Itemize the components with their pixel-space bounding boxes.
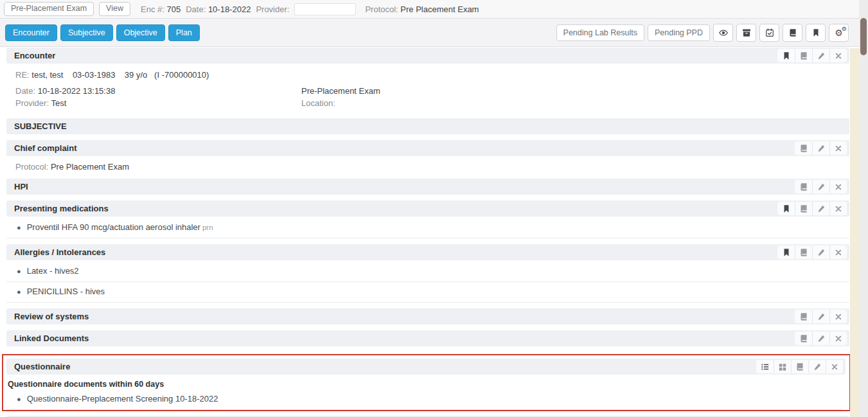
section-presenting-medications: Presenting medications ● Proventil HFA 9… <box>6 200 849 238</box>
section-subjective: SUBJECTIVE <box>6 118 849 134</box>
encounter-page: Pre-Placement Exam View Enc #: 705 Date:… <box>0 0 868 417</box>
nav-subjective-button[interactable]: Subjective <box>60 24 113 41</box>
section-allergies: Allergies / Intolerances ●Latex - hives2… <box>6 244 849 303</box>
section-title: Review of systems <box>14 312 89 321</box>
book-icon[interactable] <box>795 310 812 323</box>
grid-view-icon[interactable] <box>774 360 791 373</box>
section-linked-documents: Linked Documents <box>6 330 849 346</box>
bookmark-icon[interactable] <box>777 245 795 259</box>
encounter-header: Encounter <box>6 48 849 64</box>
section-title: Chief complaint <box>14 143 77 153</box>
encounter-document: Encounter RE: test, test 03-03-1983 39 y… <box>6 48 849 417</box>
pencil-icon[interactable] <box>808 360 826 373</box>
exam-name-button[interactable]: Pre-Placement Exam <box>4 2 94 16</box>
pencil-icon[interactable] <box>812 332 829 345</box>
close-icon[interactable] <box>829 49 847 62</box>
page-gutter <box>850 48 859 417</box>
section-hpi: HPI <box>6 179 849 195</box>
section-title: Linked Documents <box>14 333 89 343</box>
questionnaire-highlight-box: Questionnaire Questionnaire documents wi… <box>2 354 851 411</box>
close-icon[interactable] <box>829 141 847 155</box>
close-icon[interactable] <box>829 332 847 345</box>
pencil-icon[interactable] <box>812 180 829 193</box>
encounter-details: Date: 10-18-2022 13:15:38 Pre-Placement … <box>6 80 849 109</box>
calendar-check-icon[interactable] <box>759 24 779 42</box>
provider-input[interactable] <box>294 3 356 15</box>
section-encounter: Encounter RE: test, test 03-03-1983 39 y… <box>6 48 849 109</box>
section-title: Encounter <box>14 51 55 60</box>
view-button[interactable]: View <box>99 2 130 16</box>
nav-plan-button[interactable]: Plan <box>168 24 200 41</box>
book-icon[interactable] <box>795 180 812 193</box>
section-questionnaire: Questionnaire Questionnaire documents wi… <box>6 359 846 410</box>
patient-line: RE: test, test 03-03-1983 39 y/o (I -700… <box>6 64 849 80</box>
section-title: Presenting medications <box>14 204 109 213</box>
list-item[interactable]: ●Questionnaire-Preplacement Screening 10… <box>6 391 842 410</box>
pending-lab-results-button[interactable]: Pending Lab Results <box>556 24 644 41</box>
book-icon[interactable] <box>795 332 812 345</box>
pencil-icon[interactable] <box>812 202 829 215</box>
toolbar: Encounter Subjective Objective Plan Pend… <box>0 19 868 47</box>
list-view-icon[interactable] <box>756 360 774 373</box>
pencil-icon[interactable] <box>812 310 829 323</box>
encounter-date: Date: 10-18-2022 <box>186 4 251 14</box>
close-icon[interactable] <box>829 310 847 323</box>
close-icon[interactable] <box>829 202 847 215</box>
questionnaire-list: ●Questionnaire-Preplacement Screening 10… <box>6 390 846 410</box>
book-icon[interactable] <box>795 141 812 155</box>
gears-icon[interactable]: ⚙⚙ <box>829 24 849 42</box>
questionnaire-subheading: Questionnaire documents within 60 days <box>6 375 846 390</box>
close-icon[interactable] <box>829 245 847 259</box>
pending-ppd-button[interactable]: Pending PPD <box>648 24 710 41</box>
allergy-list: ●Latex - hives2 ●PENICILLINS - hives <box>6 260 849 303</box>
topbar: Pre-Placement Exam View Enc #: 705 Date:… <box>0 0 868 19</box>
nav-objective-button[interactable]: Objective <box>116 24 165 41</box>
exam-type: Pre-Placement Exam <box>301 86 849 96</box>
pencil-icon[interactable] <box>812 141 829 155</box>
scrollbar-thumb[interactable] <box>860 18 867 55</box>
close-icon[interactable] <box>826 360 843 373</box>
chief-complaint-body: Protocol: Pre Placement Exam <box>6 156 849 173</box>
close-icon[interactable] <box>829 180 847 193</box>
section-review-of-systems: Review of systems <box>6 308 849 324</box>
list-item: ●PENICILLINS - hives <box>6 282 849 303</box>
section-title: HPI <box>14 182 28 191</box>
section-title: SUBJECTIVE <box>14 121 67 131</box>
book-icon[interactable] <box>795 202 812 215</box>
book-icon[interactable] <box>783 24 802 42</box>
archive-icon[interactable] <box>736 24 756 42</box>
book-icon[interactable] <box>791 360 808 373</box>
subjective-header: SUBJECTIVE <box>6 118 849 134</box>
medication-list: ● Proventil HFA 90 mcg/actuation aerosol… <box>6 217 849 238</box>
book-icon[interactable] <box>795 49 812 62</box>
vertical-scrollbar[interactable] <box>859 0 868 417</box>
bookmark-icon[interactable] <box>777 49 795 62</box>
provider-label: Provider: <box>256 4 289 14</box>
book-icon[interactable] <box>795 245 812 259</box>
bookmark-icon[interactable] <box>806 24 826 42</box>
eye-icon[interactable] <box>713 24 733 42</box>
protocol: Protocol: Pre Placement Exam <box>365 4 479 14</box>
nav-encounter-button[interactable]: Encounter <box>5 24 57 41</box>
section-title: Allergies / Intolerances <box>14 247 105 257</box>
encounter-number: Enc #: 705 <box>141 4 181 14</box>
bookmark-icon[interactable] <box>777 202 795 215</box>
list-item: ●Latex - hives2 <box>6 262 849 282</box>
section-title: Questionnaire <box>14 362 70 371</box>
section-chief-complaint: Chief complaint Protocol: Pre Placement … <box>6 140 849 173</box>
pencil-icon[interactable] <box>812 49 829 62</box>
pencil-icon[interactable] <box>812 245 829 259</box>
list-item: ● Proventil HFA 90 mcg/actuation aerosol… <box>6 218 849 238</box>
